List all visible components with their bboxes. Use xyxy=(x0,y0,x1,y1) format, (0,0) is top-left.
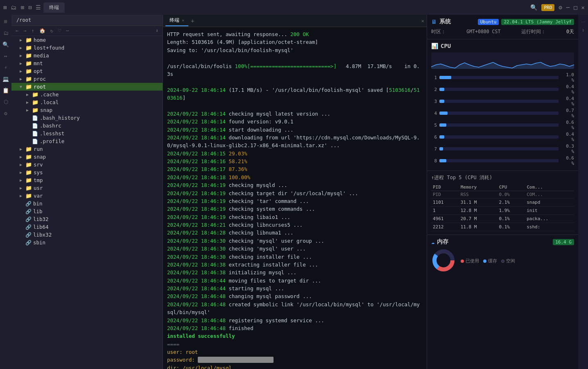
proc-header-cmd: Com... xyxy=(525,184,574,191)
split-icon[interactable]: ⊟ xyxy=(28,4,32,11)
legend-dot-used xyxy=(461,260,464,263)
tree-item-proc[interactable]: ▶ 📁 proc xyxy=(11,75,163,83)
cpu-core-5: 5 0.6 % xyxy=(431,120,574,130)
term-line-log18: 2024/09/22 18:46:44 starting mysql ... xyxy=(167,285,423,292)
sidebar-icon-3[interactable]: 🔍 xyxy=(1,39,11,49)
expand-arrow-opt: ▶ xyxy=(20,69,25,73)
terminal-close-all-button[interactable]: ✕ xyxy=(421,18,424,24)
proc-cmd-1: snapd xyxy=(525,198,574,207)
term-line-6 xyxy=(167,102,423,109)
tree-item-opt[interactable]: ▶ 📁 opt xyxy=(11,67,163,75)
tree-item-lost[interactable]: ▶ 📁 lost+found xyxy=(11,44,163,52)
tree-label-tmp: tmp xyxy=(34,177,43,183)
menu-icon[interactable]: ☰ xyxy=(36,4,41,11)
back-button[interactable]: ← xyxy=(14,27,20,34)
tree-item-bin[interactable]: ▶ 🔗 bin xyxy=(11,200,163,207)
sidebar-icon-8[interactable]: ⬡ xyxy=(1,97,11,107)
maximize-button[interactable]: □ xyxy=(574,4,577,11)
terminal-content[interactable]: HTTP request sent, awaiting response... … xyxy=(163,27,427,369)
term-line-log20: 2024/09/22 18:46:48 created symbolic lin… xyxy=(167,301,423,317)
sidebar-icon-6[interactable]: 💻 xyxy=(1,74,11,84)
term-line-log9: 2024/09/22 18:46:19 checking libaio1 ... xyxy=(167,213,423,221)
tree-item-root[interactable]: ▼ 📁 root xyxy=(11,83,163,91)
proc-mem-4: 11.8 M xyxy=(459,223,498,231)
tree-item-lib64[interactable]: ▶ 🔗 lib64 xyxy=(11,223,163,231)
file-icon-lesshst: 📄 xyxy=(32,131,38,137)
sidebar-icon-9[interactable]: ⚙ xyxy=(1,108,11,118)
files-icon[interactable]: 🗂 xyxy=(11,4,16,11)
tree-item-lib[interactable]: ▶ 🔗 lib xyxy=(11,207,163,215)
tree-item-sys[interactable]: ▶ 📁 sys xyxy=(11,169,163,176)
tree-label-lib32: lib32 xyxy=(33,216,49,222)
proc-pid-1: 1101 xyxy=(431,198,459,207)
right-edge-icon-2[interactable]: ↕ xyxy=(582,27,585,33)
grid-icon[interactable]: ⊞ xyxy=(20,4,24,11)
folder-icon-snap-top: 📁 xyxy=(25,154,32,160)
right-edge-icon-1[interactable]: ⋮ xyxy=(581,20,586,24)
cpu-core-1: 1 1.0 % xyxy=(431,72,574,83)
tree-item-usr[interactable]: ▶ 📁 usr xyxy=(11,184,163,192)
tree-item-sbin[interactable]: ▶ 🔗 sbin xyxy=(11,239,163,246)
tree-item-profile[interactable]: ▶ 📄 .profile xyxy=(11,137,163,145)
refresh-button[interactable]: ↻ xyxy=(49,27,55,34)
folder-icon-sys: 📁 xyxy=(25,169,32,175)
favorite-button[interactable]: ♡ xyxy=(57,27,63,34)
tree-item-media[interactable]: ▶ 📁 media xyxy=(11,52,163,59)
tree-item-bashrc[interactable]: ▶ 📄 .bashrc xyxy=(11,122,163,130)
up-button[interactable]: ↑ xyxy=(29,27,36,34)
download-button[interactable]: ⬇ xyxy=(154,27,160,34)
tree-item-home[interactable]: ▶ 📁 home xyxy=(11,36,163,44)
tree-item-snap-top[interactable]: ▶ 📁 snap xyxy=(11,153,163,161)
cpu-core-3: 3 0.4 % xyxy=(431,96,574,107)
sidebar-icon-1[interactable]: ⊞ xyxy=(1,16,11,26)
forward-button[interactable]: → xyxy=(22,27,28,34)
terminal-tabs: 终端 ✕ + ✕ xyxy=(163,15,427,27)
cpu-section: 📊 CPU 1 1.0 % 2 0.4 xyxy=(427,39,578,171)
title-tab[interactable]: 终端 xyxy=(43,2,65,13)
term-line-sep: ==== xyxy=(167,340,423,348)
tree-item-snap-child[interactable]: ▶ 📁 snap xyxy=(11,106,163,114)
core-bar-fill-4 xyxy=(439,112,448,115)
legend-dot-cache xyxy=(483,260,486,263)
sidebar-icon-7[interactable]: 📋 xyxy=(1,85,11,95)
search-icon[interactable]: 🔍 xyxy=(530,4,537,11)
minimize-button[interactable]: ─ xyxy=(566,4,570,11)
left-sidebar-icons: ⊞ 🗂 🔍 ↔ ⚡ 💻 📋 ⬡ ⚙ xyxy=(0,15,11,369)
tree-item-cache[interactable]: ▶ 📁 .cache xyxy=(11,91,163,98)
terminal-tab-add-button[interactable]: + xyxy=(188,18,197,24)
tree-item-local[interactable]: ▶ 📁 .local xyxy=(11,98,163,106)
sidebar-icon-2[interactable]: 🗂 xyxy=(1,28,11,38)
home-button[interactable]: 🏠 xyxy=(38,27,47,34)
memory-title-row: ☁ 内存 16.4 G xyxy=(431,238,574,246)
tree-item-var[interactable]: ▶ 📁 var xyxy=(11,192,163,200)
core-bar-bg-5 xyxy=(439,123,559,127)
tree-item-mnt[interactable]: ▶ 📁 mnt xyxy=(11,59,163,67)
tree-item-srv[interactable]: ▶ 📁 srv xyxy=(11,161,163,169)
terminal-tab-active[interactable]: 终端 ✕ xyxy=(165,15,188,26)
cpu-core-2: 2 0.4 % xyxy=(431,84,574,95)
tree-item-tmp[interactable]: ▶ 📁 tmp xyxy=(11,176,163,184)
tree-item-libx32[interactable]: ▶ 🔗 libx32 xyxy=(11,231,163,239)
more-button[interactable]: ⋯ xyxy=(64,27,70,34)
proc-cpu-2: 1.9% xyxy=(497,207,525,215)
core-num-7: 7 xyxy=(431,146,437,152)
close-button[interactable]: ✕ xyxy=(581,4,585,11)
os-badge: Ubuntu xyxy=(478,19,499,25)
sidebar-icon-4[interactable]: ↔ xyxy=(1,51,11,61)
memory-display: 已使用 缓存 空闲 xyxy=(431,248,574,274)
folder-icon-cache: 📁 xyxy=(32,91,38,98)
folder-icon-snap-child: 📁 xyxy=(32,107,38,113)
tab-title-label: 终端 xyxy=(49,4,59,11)
settings-icon[interactable]: ⚙ xyxy=(559,4,562,11)
expand-arrow-snap-top: ▶ xyxy=(20,155,25,159)
sidebar-toggle-icon[interactable]: ⊞ xyxy=(3,4,7,11)
core-bar-bg-4 xyxy=(439,112,559,115)
tree-item-lib32[interactable]: ▶ 🔗 lib32 xyxy=(11,215,163,223)
tree-item-bash-history[interactable]: ▶ 📄 .bash_history xyxy=(11,114,163,122)
tree-item-run[interactable]: ▶ 📁 run xyxy=(11,145,163,153)
terminal-tab-close-icon[interactable]: ✕ xyxy=(182,18,184,23)
term-line-pct3: 2024/09/22 18:46:17 87.36% xyxy=(167,165,423,173)
file-tree-content[interactable]: ▶ 📁 home ▶ 📁 lost+found ▶ 📁 media ▶ xyxy=(11,36,163,369)
tree-item-lesshst[interactable]: ▶ 📄 .lesshst xyxy=(11,130,163,137)
sidebar-icon-5[interactable]: ⚡ xyxy=(1,62,11,72)
